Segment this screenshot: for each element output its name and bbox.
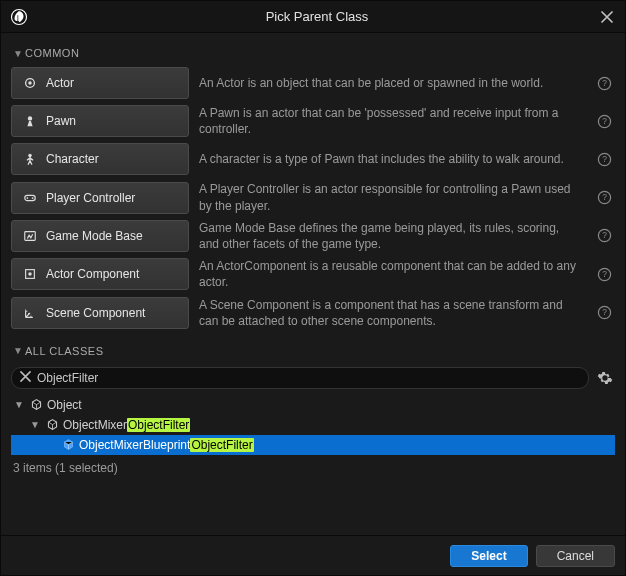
tree-item[interactable]: ▼ObjectMixerObjectFilter — [11, 415, 615, 435]
common-class-row: Actor ComponentAn ActorComponent is a re… — [11, 258, 615, 290]
dialog-content: ▼ COMMON ActorAn Actor is an object that… — [1, 33, 625, 535]
class-button[interactable]: Actor Component — [11, 258, 189, 290]
svg-point-5 — [28, 116, 32, 120]
svg-text:?: ? — [602, 231, 607, 241]
common-class-row: CharacterA character is a type of Pawn t… — [11, 143, 615, 175]
common-class-row: Game Mode BaseGame Mode Base defines the… — [11, 220, 615, 252]
blueprint-class-icon — [61, 438, 75, 452]
class-button[interactable]: Actor — [11, 67, 189, 99]
tree-item[interactable]: ObjectMixerBlueprintObjectFilter — [11, 435, 615, 455]
settings-button[interactable] — [595, 368, 615, 388]
help-button[interactable]: ? — [593, 187, 615, 209]
dialog-title: Pick Parent Class — [37, 9, 597, 24]
svg-text:?: ? — [602, 78, 607, 88]
svg-text:?: ? — [602, 308, 607, 318]
class-description: Game Mode Base defines the game being pl… — [199, 220, 583, 252]
class-name: Actor Component — [46, 267, 139, 281]
section-header-common[interactable]: ▼ COMMON — [11, 41, 615, 65]
clear-search-icon[interactable] — [20, 370, 31, 385]
class-description: A character is a type of Pawn that inclu… — [199, 151, 583, 167]
close-button[interactable] — [597, 7, 617, 27]
help-button[interactable]: ? — [593, 225, 615, 247]
class-name: Game Mode Base — [46, 229, 143, 243]
class-description: An Actor is an object that can be placed… — [199, 75, 583, 91]
class-name: Actor — [46, 76, 74, 90]
help-button[interactable]: ? — [593, 72, 615, 94]
common-class-row: Scene ComponentA Scene Component is a co… — [11, 297, 615, 329]
class-description: A Pawn is an actor that can be 'possesse… — [199, 105, 583, 137]
tree-item[interactable]: ▼Object — [11, 395, 615, 415]
common-class-row: ActorAn Actor is an object that can be p… — [11, 67, 615, 99]
actor-component-icon — [22, 266, 38, 282]
search-row: ObjectFilter — [11, 367, 615, 389]
class-name: Pawn — [46, 114, 76, 128]
status-text: 3 items (1 selected) — [11, 455, 615, 481]
help-button[interactable]: ? — [593, 110, 615, 132]
svg-text:?: ? — [602, 192, 607, 202]
class-description: A Player Controller is an actor responsi… — [199, 181, 583, 213]
common-class-row: PawnA Pawn is an actor that can be 'poss… — [11, 105, 615, 137]
tree-label: ObjectMixerObjectFilter — [63, 418, 190, 432]
tree-label: Object — [47, 398, 82, 412]
dialog-footer: Select Cancel — [1, 535, 625, 575]
chevron-down-icon[interactable]: ▼ — [29, 419, 41, 430]
class-icon — [29, 398, 43, 412]
class-name: Player Controller — [46, 191, 135, 205]
svg-rect-11 — [25, 195, 36, 200]
unreal-logo-icon — [9, 7, 29, 27]
select-button[interactable]: Select — [450, 545, 527, 567]
class-button[interactable]: Pawn — [11, 105, 189, 137]
class-button[interactable]: Character — [11, 143, 189, 175]
class-description: A Scene Component is a component that ha… — [199, 297, 583, 329]
svg-text:?: ? — [602, 116, 607, 126]
search-input[interactable]: ObjectFilter — [11, 367, 589, 389]
player-controller-icon — [22, 190, 38, 206]
help-button[interactable]: ? — [593, 263, 615, 285]
game-mode-icon — [22, 228, 38, 244]
character-icon — [22, 151, 38, 167]
svg-point-12 — [27, 197, 29, 199]
help-button[interactable]: ? — [593, 302, 615, 324]
cancel-button[interactable]: Cancel — [536, 545, 615, 567]
scene-component-icon — [22, 305, 38, 321]
tree-label: ObjectMixerBlueprintObjectFilter — [79, 438, 254, 452]
class-tree: ▼Object▼ObjectMixerObjectFilterObjectMix… — [11, 395, 615, 455]
class-name: Character — [46, 152, 99, 166]
class-button[interactable]: Game Mode Base — [11, 220, 189, 252]
actor-icon — [22, 75, 38, 91]
class-icon — [45, 418, 59, 432]
class-description: An ActorComponent is a reusable componen… — [199, 258, 583, 290]
pawn-icon — [22, 113, 38, 129]
chevron-down-icon: ▼ — [13, 345, 25, 356]
section-label: COMMON — [25, 47, 79, 59]
svg-point-2 — [28, 81, 32, 85]
common-class-row: Player ControllerA Player Controller is … — [11, 181, 615, 213]
search-text: ObjectFilter — [37, 371, 98, 385]
chevron-down-icon: ▼ — [13, 48, 25, 59]
section-label: ALL CLASSES — [25, 345, 103, 357]
chevron-down-icon[interactable]: ▼ — [13, 399, 25, 410]
class-button[interactable]: Scene Component — [11, 297, 189, 329]
titlebar: Pick Parent Class — [1, 1, 625, 33]
class-name: Scene Component — [46, 306, 145, 320]
class-button[interactable]: Player Controller — [11, 182, 189, 214]
section-header-all-classes[interactable]: ▼ ALL CLASSES — [11, 339, 615, 363]
svg-point-20 — [28, 273, 32, 277]
dialog-window: Pick Parent Class ▼ COMMON ActorAn Actor… — [0, 0, 626, 576]
common-class-list: ActorAn Actor is an object that can be p… — [11, 65, 615, 339]
svg-text:?: ? — [602, 154, 607, 164]
svg-point-13 — [32, 197, 34, 199]
svg-text:?: ? — [602, 269, 607, 279]
help-button[interactable]: ? — [593, 148, 615, 170]
